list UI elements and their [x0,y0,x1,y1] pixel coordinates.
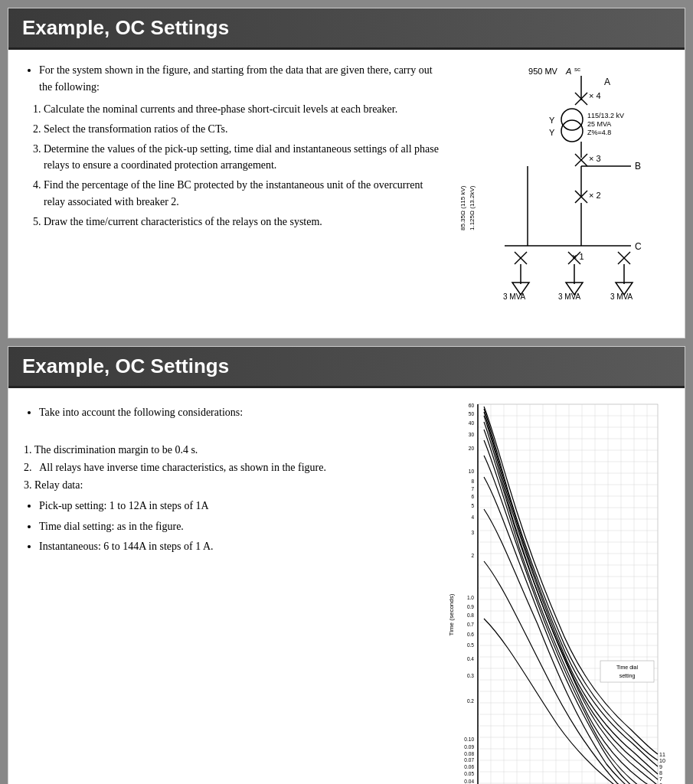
svg-text:4: 4 [471,514,474,520]
svg-text:0.2: 0.2 [467,698,474,704]
svg-text:8: 8 [471,479,474,484]
diagram-svg: 950 MV A sc A × 4 Y Y 115/13.2 kV [447,62,669,322]
svg-text:3 MVA: 3 MVA [610,292,633,301]
svg-text:3 MVA: 3 MVA [503,292,526,301]
svg-text:85.35Ω (115 kV): 85.35Ω (115 kV) [459,185,466,230]
slide-2-point-3: 3. Relay data: [24,476,440,494]
svg-text:60: 60 [469,403,475,408]
slide-2-bullet-main: Take into account the following consider… [39,403,440,421]
slide-2-point-2: 2. All relays have inverse time characte… [24,459,440,476]
slide-1: Example, OC Settings For the system show… [8,8,685,338]
chart-area: 60 50 40 30 20 10 8 7 6 5 4 3 2 1.0 0.9 … [447,400,669,784]
svg-text:0.10: 0.10 [464,737,474,742]
slide-2-relay-item-3: Instantaneous: 6 to 144A in steps of 1 A… [39,537,440,555]
svg-text:× 4: × 4 [589,91,601,100]
svg-text:Y: Y [549,116,555,125]
svg-text:A: A [565,67,571,76]
svg-text:7: 7 [471,486,474,492]
chart-svg: 60 50 40 30 20 10 8 7 6 5 4 3 2 1.0 0.9 … [447,400,669,784]
svg-text:30: 30 [469,432,475,437]
svg-text:10: 10 [469,469,475,474]
svg-text:11: 11 [659,752,665,757]
svg-text:0.7: 0.7 [467,622,474,627]
slide-2-relay-item-2: Time dial setting: as in the figure. [39,518,440,535]
slide-2-body: Take into account the following consider… [8,388,685,784]
slide-1-item-1: Calculate the nominal currents and three… [44,101,440,118]
slide-2-bullets: Take into account the following consider… [39,403,440,421]
slide-1-item-3: Determine the values of the pick-up sett… [44,141,440,174]
svg-text:6: 6 [471,494,474,499]
svg-text:× 3: × 3 [589,154,601,163]
slide-1-item-4: Find the percentage of the line BC prote… [44,177,440,210]
svg-text:Time (seconds): Time (seconds) [448,593,455,635]
slide-2-relay-data: Pick-up setting: 1 to 12A in steps of 1A… [39,497,440,554]
svg-text:0.3: 0.3 [467,673,474,678]
slide-1-bullets: For the system shown in the figure, and … [39,62,440,95]
slide-1-list: Calculate the nominal currents and three… [44,101,440,230]
svg-text:40: 40 [469,420,475,426]
svg-text:950 MV: 950 MV [528,67,558,76]
svg-text:0.05: 0.05 [464,771,474,776]
svg-point-10 [561,109,583,130]
svg-text:3 MVA: 3 MVA [558,292,581,301]
slide-1-item-5: Draw the time/current characteristics of… [44,214,440,230]
svg-text:0.8: 0.8 [467,612,474,618]
svg-text:0.4: 0.4 [467,656,474,662]
slide-2: Example, OC Settings Take into account t… [8,346,685,784]
svg-text:setting: setting [619,673,636,679]
slide-2-title: Example, OC Settings [22,354,671,378]
slide-1-body: For the system shown in the figure, and … [8,50,685,338]
slide-1-diagram: 950 MV A sc A × 4 Y Y 115/13.2 kV [447,62,669,325]
slide-2-header: Example, OC Settings [8,347,685,388]
svg-text:0.04: 0.04 [464,779,474,784]
slide-2-text: Take into account the following consider… [24,400,440,784]
slide-1-title: Example, OC Settings [22,16,671,40]
svg-text:Time dial: Time dial [616,665,639,670]
svg-text:50: 50 [469,411,475,416]
svg-text:20: 20 [469,446,475,451]
svg-text:sc: sc [574,66,580,73]
svg-text:0.9: 0.9 [467,604,474,609]
svg-text:0.09: 0.09 [464,744,474,750]
svg-text:× 2: × 2 [589,191,601,200]
slide-1-text: For the system shown in the figure, and … [24,62,440,325]
svg-text:C: C [635,241,642,252]
svg-text:2: 2 [471,553,474,558]
svg-text:Y: Y [549,128,555,137]
svg-text:9: 9 [659,764,662,769]
svg-text:7: 7 [659,776,662,782]
slide-2-point-1: 1. The discrimination margin to be 0.4 s… [24,441,440,459]
slide-1-item-2: Select the transformation ratios of the … [44,121,440,138]
svg-text:0.5: 0.5 [467,642,474,648]
svg-text:Z%=4.8: Z%=4.8 [587,129,611,136]
slide-1-header: Example, OC Settings [8,8,685,50]
svg-text:1.125Ω (13.2kV): 1.125Ω (13.2kV) [469,185,476,230]
svg-text:8: 8 [659,770,662,776]
svg-text:115/13.2 kV: 115/13.2 kV [587,112,624,119]
svg-text:1.0: 1.0 [467,595,474,600]
slide-1-bullet-main: For the system shown in the figure, and … [39,62,440,95]
svg-text:0.07: 0.07 [464,757,474,763]
svg-text:0.06: 0.06 [464,764,474,769]
svg-text:0.08: 0.08 [464,751,474,756]
svg-text:5: 5 [471,503,474,508]
svg-text:B: B [635,161,641,172]
svg-text:25 MVA: 25 MVA [587,120,611,128]
svg-text:A: A [604,77,610,87]
svg-text:3: 3 [471,530,474,535]
svg-point-11 [561,120,583,142]
svg-text:10: 10 [659,758,665,763]
svg-text:0.6: 0.6 [467,632,474,637]
svg-text:× 1: × 1 [572,252,584,261]
slide-2-relay-item-1: Pick-up setting: 1 to 12A in steps of 1A [39,497,440,514]
